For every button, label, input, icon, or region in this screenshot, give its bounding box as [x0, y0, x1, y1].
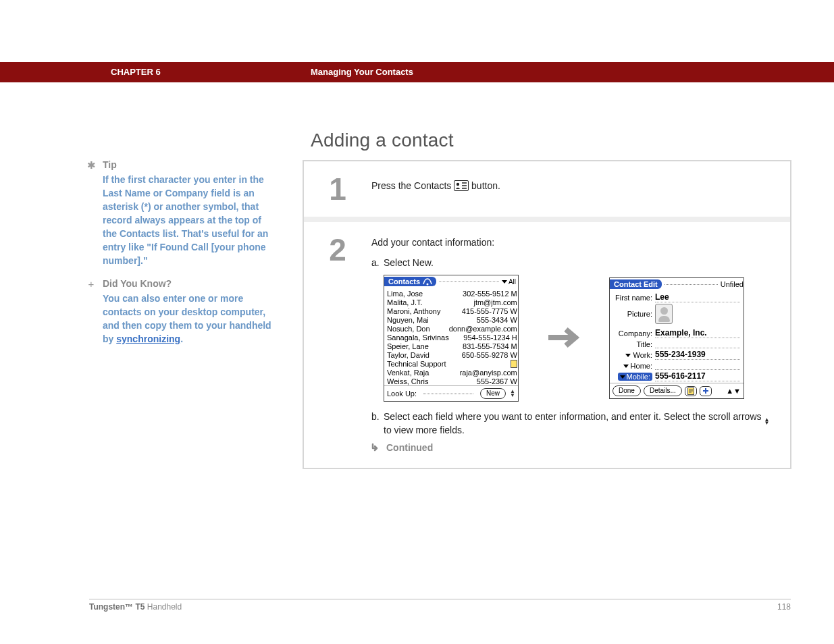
list-item[interactable]: Speier, Lane831-555-7534 M: [387, 342, 517, 350]
arrow-right-icon: [546, 324, 582, 353]
work-label-text: Work:: [633, 351, 652, 359]
picture-label: Picture:: [613, 310, 655, 318]
step-2a-text: Select New.: [384, 257, 434, 268]
title-field[interactable]: [655, 340, 740, 348]
chevron-down-icon: [502, 280, 507, 284]
chevron-down-icon: [625, 354, 631, 357]
picture-placeholder-icon[interactable]: [655, 304, 673, 324]
scroll-arrows-icon: ▲▼: [764, 418, 769, 425]
tip-title: Tip: [103, 159, 117, 170]
contact-value: 650-555-9278 W: [449, 350, 517, 359]
svg-point-1: [457, 183, 459, 186]
page-footer: Tungsten™ T5 Handheld 118: [89, 599, 791, 612]
home-field[interactable]: [655, 361, 740, 370]
step-2a-letter: a.: [371, 257, 380, 268]
work-label[interactable]: Work:: [613, 351, 655, 359]
note-icon: [511, 360, 517, 368]
list-item[interactable]: Venkat, Rajaraja@anyisp.com: [387, 368, 517, 377]
plus-icon: +: [86, 278, 96, 290]
step-2-content: Add your contact information: a. Select …: [371, 222, 790, 468]
contact-name: Technical Support: [387, 359, 449, 368]
contact-value: jtm@jtm.com: [449, 298, 517, 306]
details-button[interactable]: Details...: [644, 385, 682, 396]
chapter-subtitle: Managing Your Contacts: [311, 67, 413, 77]
list-item[interactable]: Sanagala, Srivinas954-555-1234 H: [387, 333, 517, 342]
list-item[interactable]: Taylor, David650-555-9278 W: [387, 350, 517, 359]
list-item[interactable]: Weiss, Chris555-2367 W: [387, 377, 517, 385]
scroll-arrows-icon[interactable]: ▲▼: [726, 387, 741, 395]
step-2-intro: Add your contact information:: [371, 237, 779, 248]
home-label-text: Home:: [631, 362, 652, 370]
mobile-label-text: Mobile:: [627, 373, 650, 381]
list-item[interactable]: Nguyen, Mai555-3434 W: [387, 315, 517, 324]
contact-value: 415-555-7775 W: [449, 306, 517, 315]
contact-name: Sanagala, Srivinas: [387, 333, 449, 342]
step-2b-text-2: to view more fields.: [384, 425, 465, 435]
dyk-suffix: .: [180, 333, 183, 344]
lookup-input[interactable]: [423, 394, 473, 394]
title-label: Title:: [613, 340, 655, 348]
step-1-text-b: button.: [471, 180, 500, 191]
contact-value: 555-2367 W: [449, 377, 517, 385]
product-name: Tungsten™ T5 Handheld: [89, 602, 182, 612]
asterisk-icon: ✱: [86, 159, 96, 171]
continued-arrow-icon: [371, 443, 381, 452]
new-button[interactable]: New: [480, 388, 506, 399]
sidebar: ✱ Tip If the first character you enter i…: [86, 159, 276, 356]
contact-name: Nguyen, Mai: [387, 315, 449, 324]
dyk-block: + Did You Know? You can also enter one o…: [86, 278, 276, 346]
beam-icon: [423, 278, 432, 286]
mobile-field[interactable]: 555-616-2117: [655, 371, 740, 381]
contact-name: Weiss, Chris: [387, 377, 449, 385]
continued-text: Continued: [386, 442, 433, 453]
contact-value: 302-555-9512 M: [449, 289, 517, 298]
contact-name: Taylor, David: [387, 350, 449, 359]
document-page: CHAPTER 6 Managing Your Contacts Adding …: [0, 0, 834, 644]
mobile-label[interactable]: Mobile:: [613, 372, 655, 381]
company-field[interactable]: Example, Inc.: [655, 328, 740, 338]
list-item[interactable]: Lima, Jose302-555-9512 M: [387, 289, 517, 298]
contact-value: 954-555-1234 H: [449, 333, 517, 342]
list-item[interactable]: Maroni, Anthony415-555-7775 W: [387, 306, 517, 315]
note-button[interactable]: [685, 386, 697, 396]
contact-name: Venkat, Raja: [387, 368, 449, 377]
product-name-rest: Handheld: [145, 602, 182, 612]
palm-contacts-screen: Contacts All: [384, 275, 519, 402]
list-item[interactable]: Malita, J.T.jtm@jtm.com: [387, 298, 517, 306]
contact-value: [449, 359, 517, 368]
step-2b-text-1: Select each field where you want to ente…: [384, 411, 764, 422]
done-button[interactable]: Done: [613, 385, 641, 396]
list-item[interactable]: Nosuch, Dondonn@example.com: [387, 324, 517, 333]
contact-name: Malita, J.T.: [387, 298, 449, 306]
work-field[interactable]: 555-234-1939: [655, 350, 740, 360]
contact-name: Nosuch, Don: [387, 324, 449, 333]
contact-value: donn@example.com: [449, 324, 517, 333]
palm-contacts-title-text: Contacts: [388, 277, 420, 286]
palm-category-text: All: [509, 278, 516, 286]
home-label[interactable]: Home:: [613, 362, 655, 370]
firstname-field[interactable]: Lee: [655, 292, 740, 302]
step-2b-letter: b.: [371, 411, 380, 422]
tip-block: ✱ Tip If the first character you enter i…: [86, 159, 276, 267]
chevron-down-icon: [620, 375, 625, 379]
contact-name: Maroni, Anthony: [387, 306, 449, 315]
page-number: 118: [777, 602, 791, 612]
palm-contacts-list[interactable]: Lima, Jose302-555-9512 MMalita, J.T.jtm@…: [384, 288, 518, 385]
palm-edit-category[interactable]: Unfiled: [721, 280, 744, 288]
palm-category-selector[interactable]: All: [502, 278, 518, 286]
scroll-arrows-icon[interactable]: ▲▼: [510, 390, 515, 398]
contact-name: Speier, Lane: [387, 342, 449, 350]
list-item[interactable]: Technical Support: [387, 359, 517, 368]
screenshots-row: Contacts All: [384, 275, 779, 402]
add-button[interactable]: [700, 386, 712, 396]
palm-contacts-title: Contacts: [384, 277, 436, 286]
palm-edit-form: First name: Lee Picture: Company: Exampl…: [610, 290, 744, 381]
synchronizing-link[interactable]: synchronizing: [116, 333, 180, 344]
contact-value: 831-555-7534 M: [449, 342, 517, 350]
step-2: 2 Add your contact information: a. Selec…: [304, 222, 790, 468]
step-2b: b. Select each field where you want to e…: [371, 411, 779, 435]
palm-edit-screen: Contact Edit Unfiled First name: Lee: [609, 277, 744, 399]
step-2a: a. Select New.: [371, 257, 779, 268]
step-2-number: 2: [304, 222, 371, 277]
tip-body: If the first character you enter in the …: [103, 173, 276, 267]
